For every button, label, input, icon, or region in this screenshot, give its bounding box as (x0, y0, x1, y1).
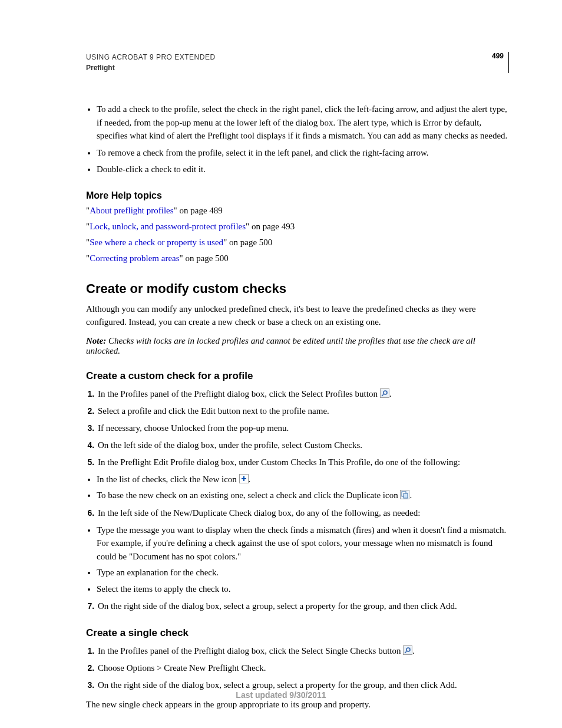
list-item: To add a check to the profile, select th… (97, 103, 509, 143)
select-profiles-icon (380, 388, 389, 398)
page: USING ACROBAT 9 PRO EXTENDED Preflight 4… (0, 0, 562, 728)
list-item: Select the items to apply the check to. (97, 582, 509, 596)
list-item: To remove a check from the profile, sele… (97, 146, 509, 160)
help-topic: "About preflight profiles" on page 489 (86, 206, 509, 216)
section-heading: Create or modify custom checks (86, 281, 509, 297)
step: If necessary, choose Unlocked from the p… (97, 421, 509, 435)
running-header: USING ACROBAT 9 PRO EXTENDED Preflight 4… (86, 52, 509, 73)
link-lock-profiles[interactable]: Lock, unlock, and password-protect profi… (90, 222, 246, 231)
help-topic: "See where a check or property is used" … (86, 238, 509, 248)
new-icon (239, 474, 249, 483)
step: On the left side of the dialog box, unde… (97, 438, 509, 452)
procedure-1-steps-end: On the right side of the dialog box, sel… (86, 599, 509, 613)
procedure-2-after: The new single check appears in the grou… (86, 698, 509, 711)
list-item: Type an explanation for the check. (97, 566, 509, 579)
link-see-check[interactable]: See where a check or property is used (90, 238, 223, 247)
header-line-2: Preflight (86, 62, 216, 73)
svg-rect-7 (404, 493, 408, 498)
note-body: Checks with locks are in locked profiles… (86, 336, 475, 355)
sub-bullets-b: Type the message you want to display whe… (86, 523, 509, 596)
procedure-1-steps-cont: In the left side of the New/Duplicate Ch… (86, 506, 509, 520)
step: Choose Options > Create New Preflight Ch… (97, 661, 509, 675)
footer-updated: Last updated 9/30/2011 (0, 690, 562, 700)
list-item: To base the new check on an existing one… (97, 489, 509, 502)
more-help-heading: More Help topics (86, 190, 509, 201)
step: On the right side of the dialog box, sel… (97, 599, 509, 613)
section-body: Although you can modify any unlocked pre… (86, 302, 509, 329)
section-note: Note: Checks with locks are in locked pr… (86, 336, 509, 356)
note-label: Note: (86, 336, 106, 345)
page-number: 499 (492, 52, 504, 60)
duplicate-icon (400, 490, 409, 499)
step: In the Profiles panel of the Preflight d… (97, 387, 509, 401)
header-title: USING ACROBAT 9 PRO EXTENDED Preflight (86, 52, 216, 73)
select-single-checks-icon (403, 645, 412, 655)
list-item: In the list of checks, click the New ico… (97, 473, 509, 486)
step: In the left side of the New/Duplicate Ch… (97, 506, 509, 520)
procedure-heading-1: Create a custom check for a profile (86, 370, 509, 382)
procedure-1-steps: In the Profiles panel of the Preflight d… (86, 387, 509, 469)
more-help-list: "About preflight profiles" on page 489 "… (86, 206, 509, 263)
help-topic: "Correcting problem areas" on page 500 (86, 253, 509, 263)
step: In the Profiles panel of the Preflight d… (97, 644, 509, 658)
procedure-heading-2: Create a single check (86, 627, 509, 639)
intro-bullet-list: To add a check to the profile, select th… (86, 103, 509, 176)
link-about-profiles[interactable]: About preflight profiles (90, 206, 173, 215)
procedure-2-steps: In the Profiles panel of the Preflight d… (86, 644, 509, 692)
header-line-1: USING ACROBAT 9 PRO EXTENDED (86, 52, 216, 62)
step: In the Preflight Edit Profile dialog box… (97, 455, 509, 469)
step: Select a profile and click the Edit butt… (97, 404, 509, 418)
list-item: Type the message you want to display whe… (97, 523, 509, 564)
link-correcting[interactable]: Correcting problem areas (90, 253, 179, 263)
help-topic: "Lock, unlock, and password-protect prof… (86, 222, 509, 232)
list-item: Double-click a check to edit it. (97, 163, 509, 176)
sub-bullets-a: In the list of checks, click the New ico… (86, 473, 509, 502)
